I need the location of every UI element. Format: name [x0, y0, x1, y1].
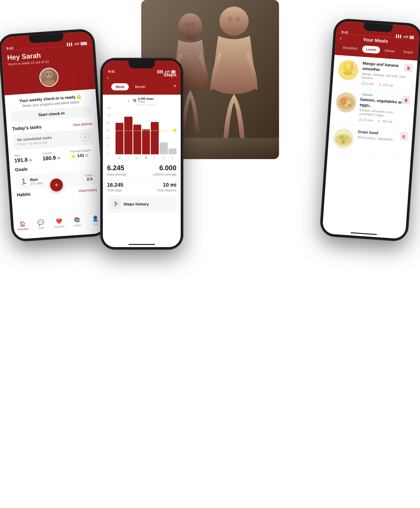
phone-center-screen: 9:41 ▌▌▌ wifi ▓▓ ‹ Steps + Week Month — [103, 60, 181, 247]
total-distance-label: Total distance — [142, 189, 176, 192]
tab-snack[interactable]: Snack — [399, 48, 417, 56]
daily-avg-label: Daily average — [107, 173, 142, 176]
stat-lifetime-avg: 6.000 Lifetime average — [142, 164, 176, 176]
steps-history-icon — [111, 199, 121, 209]
goal-star: ⭐ — [70, 154, 76, 158]
you-icon: 👤 — [92, 215, 99, 222]
steps-chart: 12k 10k 8k 6k 4k 2k 0 — [107, 107, 176, 160]
view-history-link[interactable]: View history — [79, 187, 98, 193]
avatar[interactable] — [39, 67, 59, 87]
smoothie-cal: ⚡ 210 cal — [378, 82, 393, 87]
bottom-nav-left: 🏠 Overview 💬 Chat ❤️ Activities 📚 Librar… — [13, 212, 105, 239]
lifetime-avg-label: Lifetime average — [142, 173, 176, 176]
phone-right-screen: 9:41 ▌▌▌ wifi ▓▓ ‹ Your Meals Breakfast … — [322, 21, 420, 239]
svg-point-13 — [114, 204, 116, 206]
goals-title: Goals — [15, 167, 28, 173]
x-label-f: F — [151, 157, 159, 160]
svg-point-11 — [114, 201, 116, 203]
nav-library[interactable]: 📚 Library — [68, 216, 87, 227]
signal-icon: ▌▌▌ — [67, 42, 73, 46]
chat-icon: 💬 — [37, 219, 45, 226]
phone-right: 9:41 ▌▌▌ wifi ▓▓ ‹ Your Meals Breakfast … — [320, 18, 420, 241]
salmon-time: 🕐 20 min — [359, 118, 373, 122]
delete-smoothie-button[interactable]: 🗑 — [404, 63, 413, 72]
library-label: Library — [73, 224, 82, 227]
tab-dinner[interactable]: Dinner — [381, 47, 399, 55]
y-label-6k: 6k — [107, 129, 114, 132]
phone-notch-center — [129, 60, 155, 68]
svg-point-6 — [235, 16, 240, 22]
meal-item-smoothie: Mango and banana smoothie Mango, banana,… — [332, 55, 418, 93]
nav-overview[interactable]: 🏠 Overview — [13, 220, 32, 231]
start-checkin-button[interactable]: Start check-in — [11, 106, 92, 122]
tab-breakfast[interactable]: Breakfast — [339, 44, 362, 52]
bar-sunday — [169, 107, 176, 154]
signal-icon-c: ▌▌▌ — [157, 70, 163, 73]
y-label-0: 0 — [107, 152, 114, 154]
wifi-icon: wifi — [74, 42, 79, 45]
view-planner-link[interactable]: View planner — [73, 121, 93, 127]
trash-icon-salmon: 🗑 — [404, 98, 408, 103]
signal-icon-r: ▌▌▌ — [396, 34, 402, 38]
trash-icon-bowl: 🗑 — [402, 134, 406, 139]
meal-item-bowl: Grain bowl Mixed grains, vegetables,... … — [328, 123, 413, 158]
status-time-right: 9:41 — [341, 30, 348, 34]
chart-tooltip: 6.245 steps Today — [136, 96, 156, 104]
x-label-m: M — [116, 157, 123, 160]
weight-goal: Maintain weight ⭐ 141 lb — [70, 148, 95, 160]
stats-divider — [107, 179, 176, 180]
delete-bowl-button[interactable]: 🗑 — [399, 132, 408, 141]
home-indicator-right — [351, 232, 377, 235]
bar-wednesday — [133, 107, 141, 154]
week-prev-button[interactable]: ‹ — [128, 98, 130, 103]
trash-icon-smoothie: 🗑 — [406, 65, 411, 70]
weight-stats: Start 191.8 lb Current 180.9 lb Maintain… — [14, 148, 95, 164]
tab-week[interactable]: Week — [111, 83, 129, 90]
clock-icon: 🕐 — [361, 81, 365, 85]
steps-add-button[interactable]: + — [173, 83, 176, 89]
tab-lunch[interactable]: Lunch — [362, 45, 380, 54]
nav-chat[interactable]: 💬 Chat — [32, 219, 50, 230]
meals-back-button[interactable]: ‹ — [340, 35, 342, 41]
goal-today-stats: Today 0 h — [85, 173, 93, 182]
smoothie-time: 🕐 5 min — [361, 81, 374, 86]
steps-history-button[interactable]: Steps history › — [107, 195, 176, 212]
checkin-section: Your weekly check-in is ready 💪 Share yo… — [10, 94, 92, 122]
meal-image-salmon — [335, 91, 357, 113]
x-label-t2: T — [142, 157, 150, 160]
delete-salmon-button[interactable]: 🗑 — [402, 96, 411, 105]
add-task-button[interactable]: + — [81, 133, 90, 142]
bar-thursday: 6.245 steps Today — [142, 107, 150, 154]
steps-back-button[interactable]: ‹ — [107, 75, 109, 81]
bar-monday — [116, 107, 123, 154]
svg-point-2 — [219, 7, 249, 36]
start-weight-value: 191.8 lb — [14, 156, 39, 164]
total-steps-label: Total steps — [107, 189, 142, 192]
wifi-icon-r: wifi — [403, 35, 408, 38]
meal-item-salmon: ↑Calcium Salmon, vegetables and eggs.. S… — [330, 87, 415, 129]
phone-left: 9:41 ▌▌▌ wifi ▓▓▓ Hey Sarah You're in we… — [0, 29, 108, 242]
bar-friday — [151, 107, 159, 154]
steps-stats-grid-2: 16.245 Total steps 10 mi Total distance — [107, 182, 176, 192]
y-label-12k: 12k — [107, 107, 114, 109]
x-label-s1: S — [160, 157, 167, 160]
y-label-4k: 4k — [107, 137, 114, 139]
home-indicator-center — [129, 244, 155, 245]
nav-activities[interactable]: ❤️ Activities — [50, 217, 69, 229]
tooltip-value: 6.245 steps — [138, 97, 154, 100]
y-label-10k: 10k — [107, 114, 114, 117]
svg-point-12 — [116, 203, 118, 205]
salmon-cal: ⚡ 320 cal — [377, 119, 392, 124]
x-label-t1: T — [124, 157, 132, 160]
stat-daily-avg: 6.245 Daily average — [107, 164, 142, 176]
svg-point-8 — [45, 71, 53, 79]
chat-label: Chat — [38, 226, 44, 229]
activities-icon: ❤️ — [55, 218, 63, 225]
meal-image-bowl — [332, 127, 355, 150]
you-label: You — [94, 222, 98, 226]
run-amount: 1 h / day — [30, 181, 43, 186]
meals-list: Mango and banana smoothie Mango, banana,… — [328, 55, 418, 158]
tab-month[interactable]: Month — [131, 83, 150, 90]
stat-total-steps: 16.245 Total steps — [107, 182, 142, 192]
phone-center: 9:41 ▌▌▌ wifi ▓▓ ‹ Steps + Week Month — [101, 58, 183, 249]
